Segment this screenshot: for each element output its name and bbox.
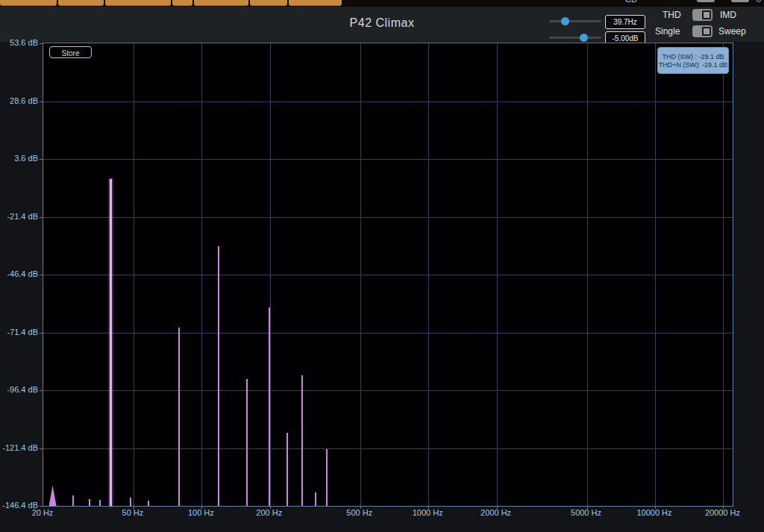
x-axis-label: 20000 Hz	[705, 508, 740, 517]
harmonic-spike	[326, 449, 328, 506]
x-gridline	[134, 43, 134, 506]
y-tick	[40, 159, 43, 160]
x-gridline	[360, 43, 361, 506]
x-gridline	[428, 43, 429, 506]
noise-spike	[89, 499, 90, 506]
x-axis-label: 1000 Hz	[413, 508, 443, 517]
y-gridline	[43, 448, 733, 449]
y-gridline	[43, 159, 733, 160]
y-tick	[40, 275, 43, 275]
x-axis-label: 5000 Hz	[571, 508, 601, 517]
y-axis-label: 53.6 dB	[10, 38, 38, 47]
thd-readout-line1: THD (SW) : -29.1 dB	[662, 53, 724, 60]
x-gridline	[723, 43, 724, 506]
harmonic-spike	[178, 328, 180, 506]
y-tick	[40, 101, 43, 102]
y-tick	[40, 333, 43, 334]
x-axis-label: 50 Hz	[122, 508, 144, 517]
y-gridline	[43, 333, 733, 334]
y-axis-label: 28.6 dB	[10, 96, 38, 105]
x-axis-label: 10000 Hz	[636, 508, 671, 517]
noise-spike	[99, 500, 101, 506]
y-gridline	[43, 101, 733, 102]
y-gridline	[43, 275, 733, 275]
noise-spike	[130, 498, 131, 506]
y-tick	[40, 390, 43, 391]
x-axis-label: 500 Hz	[346, 508, 372, 517]
noise-spike	[148, 501, 149, 506]
y-tick	[40, 506, 43, 507]
x-gridline	[655, 43, 656, 506]
noise-spike	[49, 485, 57, 506]
noise-spike	[72, 495, 74, 506]
y-axis-label: -96.4 dB	[7, 385, 38, 394]
fundamental-spike	[110, 179, 112, 506]
harmonic-spike	[286, 433, 288, 506]
harmonic-spike	[301, 375, 303, 506]
thd-readout-line2: THD+N (SW): -29.1 dB	[659, 61, 727, 69]
analyzer-chart: Store THD (SW) : -29.1 dB THD+N (SW): -2…	[0, 0, 764, 532]
x-axis-label: 20 Hz	[32, 508, 54, 517]
x-gridline	[270, 43, 271, 506]
x-axis-label: 100 Hz	[188, 508, 214, 517]
y-axis-label: -121.4 dB	[2, 443, 38, 452]
y-axis-label: 3.6 dB	[14, 154, 38, 163]
x-gridline	[201, 43, 202, 506]
y-axis-label: -21.4 dB	[7, 212, 38, 221]
x-axis-label: 200 Hz	[256, 508, 282, 517]
y-axis-label: -71.4 dB	[7, 328, 38, 337]
y-axis-label: -46.4 dB	[7, 269, 38, 278]
harmonic-spike	[218, 246, 219, 506]
harmonic-spike	[269, 307, 270, 506]
y-gridline	[43, 217, 733, 218]
y-tick	[40, 43, 43, 44]
y-tick	[40, 217, 43, 218]
harmonic-spike	[315, 492, 316, 506]
store-button[interactable]: Store	[49, 46, 92, 58]
x-gridline	[587, 43, 588, 506]
x-axis-label: 2000 Hz	[480, 508, 511, 517]
y-gridline	[43, 390, 733, 391]
thd-readout-badge: THD (SW) : -29.1 dB THD+N (SW): -29.1 dB	[657, 47, 729, 74]
x-gridline	[497, 43, 498, 506]
harmonic-spike	[246, 379, 248, 506]
spectrum-plot	[43, 43, 733, 507]
y-tick	[40, 448, 43, 449]
